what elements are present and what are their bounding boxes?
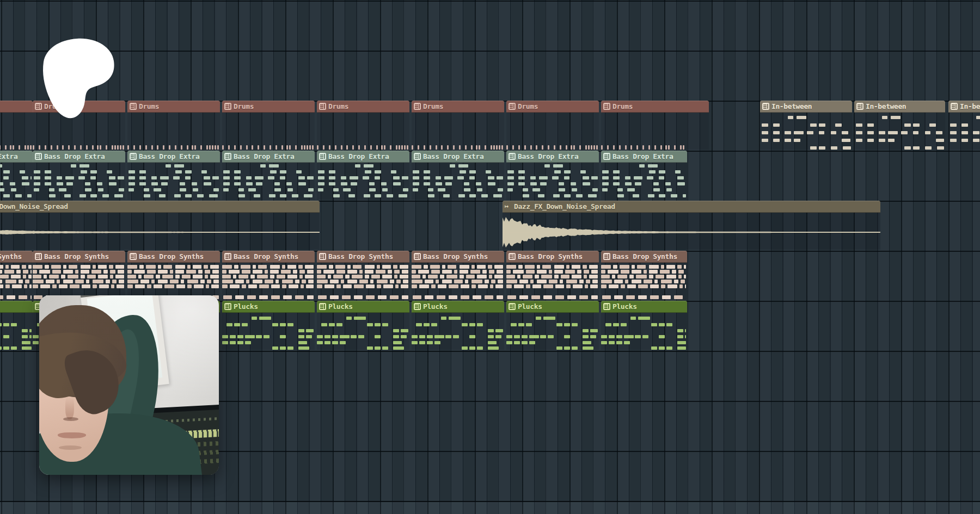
clip-header[interactable]: Drums — [127, 101, 220, 113]
pattern-clip-icon — [130, 253, 137, 260]
clip-header[interactable]: ↦Dazz_FX_Down_Noise_Spread — [503, 201, 880, 213]
clip-note — [352, 275, 363, 278]
pattern-clip-drums[interactable]: Drums — [317, 101, 409, 150]
clip-header[interactable]: Drums — [412, 101, 504, 113]
clip-header[interactable]: Bass Drop Synths — [506, 251, 599, 263]
pattern-clip-bass-drop-synths[interactable]: Bass Drop Synths — [412, 251, 504, 300]
clip-note — [450, 164, 455, 168]
clip-header[interactable]: Bass Drop Synths — [127, 251, 220, 263]
clip-header[interactable]: Bass Drop Synths — [33, 251, 125, 263]
audio-clip-dazz-fx-down-noise-spread[interactable]: ↦Dazz_FX_Down_Noise_Spread — [503, 201, 880, 250]
clip-header[interactable]: In-between — [854, 101, 945, 113]
pattern-clip-bass-drop-extra[interactable]: Bass Drop Extra — [222, 151, 315, 200]
clip-note — [449, 317, 461, 320]
pattern-clip-drums[interactable]: Drums — [412, 101, 504, 150]
clip-note — [111, 284, 114, 288]
pattern-clip-bass-drop-extra[interactable]: Bass Drop Extra — [33, 151, 125, 200]
pattern-clip-bass-drop-synths[interactable]: Bass Drop Synths — [127, 251, 220, 300]
pattern-clip-drums[interactable]: Drums — [127, 101, 220, 150]
pattern-clip-in-between[interactable]: In-between — [854, 101, 945, 150]
clip-header[interactable]: Drums — [33, 101, 125, 113]
clip-note — [10, 145, 11, 150]
clip-header[interactable]: Bass Drop Extra — [412, 151, 504, 163]
clip-note — [677, 329, 683, 332]
clip-note — [677, 176, 684, 179]
clip-note — [424, 265, 428, 269]
pattern-clip-in-between[interactable]: In-between — [760, 101, 852, 150]
clip-header[interactable]: Drums — [506, 101, 599, 113]
clip-header[interactable]: Plucks — [317, 301, 409, 313]
clip-header[interactable]: Bass Drop Synths — [317, 251, 409, 263]
clip-header[interactable]: Bass Drop Extra — [33, 151, 125, 163]
clip-header[interactable]: Bass Drop Synths — [412, 251, 504, 263]
clip-header[interactable]: Drums — [601, 101, 709, 113]
clip-note — [554, 170, 561, 174]
pattern-clip-plucks[interactable]: Plucks — [0, 301, 33, 350]
clip-note — [633, 194, 639, 197]
pattern-clip-bass-drop-synths[interactable]: Bass Drop Synths — [506, 251, 599, 300]
clip-note — [867, 123, 874, 127]
pattern-clip-bass-drop-synths[interactable]: Bass Drop Synths — [33, 251, 125, 300]
clip-header[interactable]: ↦Dazz_FX_Down_Noise_Spread — [0, 201, 320, 213]
pattern-clip-drums[interactable]: Drums — [0, 101, 33, 150]
clip-note — [573, 284, 583, 288]
clip-header[interactable]: Plucks — [601, 301, 687, 313]
pattern-clip-bass-drop-extra[interactable]: Bass Drop Extra — [317, 151, 409, 200]
clip-note — [112, 280, 117, 283]
clip-note — [584, 270, 589, 274]
clip-note — [540, 182, 547, 185]
clip-note — [461, 295, 469, 299]
pattern-clip-plucks[interactable]: Plucks — [317, 301, 409, 350]
clip-note — [321, 323, 327, 326]
clip-header[interactable]: Bass Drop Synths — [0, 251, 33, 263]
clip-header[interactable]: Bass Drop Extra — [317, 151, 409, 163]
pattern-clip-plucks[interactable]: Plucks — [506, 301, 599, 350]
pattern-clip-bass-drop-extra[interactable]: Bass Drop Extra — [0, 151, 33, 200]
clip-header[interactable]: Bass Drop Extra — [506, 151, 599, 163]
clip-note — [553, 194, 560, 197]
clip-header[interactable]: Bass Drop Synths — [601, 251, 687, 263]
clip-header[interactable]: Plucks — [0, 301, 33, 313]
pattern-clip-bass-drop-synths[interactable]: Bass Drop Synths — [0, 251, 33, 300]
pattern-clip-bass-drop-extra[interactable]: Bass Drop Extra — [506, 151, 599, 200]
clip-header[interactable]: In-between — [948, 101, 980, 113]
clip-note — [566, 284, 571, 288]
pattern-clip-plucks[interactable]: Plucks — [601, 301, 687, 350]
pattern-clip-bass-drop-synths[interactable]: Bass Drop Synths — [601, 251, 687, 300]
pattern-clip-plucks[interactable]: Plucks — [222, 301, 315, 350]
clip-note — [144, 188, 149, 191]
clip-note — [387, 194, 393, 197]
pattern-clip-in-between[interactable]: In-between — [948, 101, 980, 150]
pattern-clip-bass-drop-synths[interactable]: Bass Drop Synths — [317, 251, 409, 300]
pattern-clip-bass-drop-extra[interactable]: Bass Drop Extra — [127, 151, 220, 200]
pattern-clip-drums[interactable]: Drums — [601, 101, 709, 150]
clip-header[interactable]: Drums — [0, 101, 33, 113]
pattern-clip-drums[interactable]: Drums — [222, 101, 315, 150]
clip-header[interactable]: Bass Drop Extra — [0, 151, 33, 163]
clip-header[interactable]: Plucks — [506, 301, 599, 313]
clip-header[interactable]: Bass Drop Synths — [222, 251, 315, 263]
clip-note — [274, 182, 280, 185]
clip-header[interactable]: Plucks — [222, 301, 315, 313]
clip-header[interactable]: In-between — [760, 101, 852, 113]
clip-header[interactable]: Bass Drop Extra — [601, 151, 687, 163]
clip-header[interactable]: Drums — [317, 101, 409, 113]
clip-note — [674, 280, 678, 283]
clip-note — [973, 139, 979, 142]
clip-header[interactable]: Bass Drop Extra — [222, 151, 315, 163]
clip-header[interactable]: Plucks — [412, 301, 504, 313]
pattern-clip-drums[interactable]: Drums — [506, 101, 599, 150]
pattern-clip-drums[interactable]: Drums — [33, 101, 125, 150]
clip-header[interactable]: Drums — [222, 101, 315, 113]
audio-clip-dazz-fx-down-noise-spread[interactable]: ↦Dazz_FX_Down_Noise_Spread — [0, 201, 320, 250]
clip-note — [648, 164, 658, 168]
pattern-clip-bass-drop-extra[interactable]: Bass Drop Extra — [412, 151, 504, 200]
clip-note — [390, 145, 391, 150]
clip-note — [625, 280, 628, 283]
clip-note — [678, 275, 682, 278]
clip-note — [99, 284, 109, 288]
pattern-clip-plucks[interactable]: Plucks — [412, 301, 504, 350]
pattern-clip-bass-drop-extra[interactable]: Bass Drop Extra — [601, 151, 687, 200]
clip-header[interactable]: Bass Drop Extra — [127, 151, 220, 163]
pattern-clip-bass-drop-synths[interactable]: Bass Drop Synths — [222, 251, 315, 300]
